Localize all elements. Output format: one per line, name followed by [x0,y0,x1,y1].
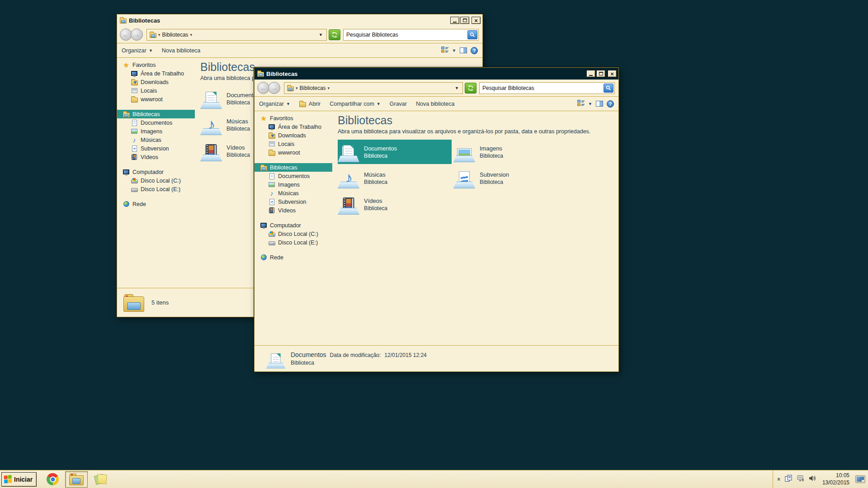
picture-icon [269,182,275,187]
tray-expand-chevron-icon[interactable]: « [776,478,783,481]
library-tile-subversion[interactable]: SubversionBiblioteca [453,166,567,190]
sidebar-item-area-de-trabalho[interactable]: Área de Trabalho [255,122,332,131]
sidebar-item-documentos[interactable]: Documentos [117,118,195,127]
chrome-taskbar-icon[interactable] [43,471,62,488]
address-crumb[interactable]: Bibliotecas [162,32,189,38]
disk-c-icon [131,179,138,183]
sidebar-item-musicas[interactable]: ♪Músicas [117,136,195,144]
nova-biblioteca-button[interactable]: Nova biblioteca [162,47,200,54]
sidebar-item-imagens[interactable]: Imagens [255,180,332,189]
tray-network-icon[interactable] [797,475,805,484]
library-tile-imagens[interactable]: ImagensBiblioteca [453,140,567,164]
sidebar-item-disco-c[interactable]: Disco Local (C:) [255,230,332,238]
explorer-taskbar-icon[interactable] [65,471,88,488]
sidebar-item-wwwroot[interactable]: wwwroot [255,148,332,157]
music-library-icon: ♪ [338,168,359,188]
search-icon[interactable] [604,84,613,93]
help-icon[interactable]: ? [607,100,614,108]
sidebar-item-rede[interactable]: Rede [255,253,332,262]
views-icon[interactable] [441,47,448,54]
star-icon: ★ [123,61,130,69]
back-icon[interactable]: ← [257,82,269,94]
close-button[interactable]: × [472,17,481,24]
picture-icon [131,129,137,134]
subversion-icon [132,145,137,152]
sidebar-item-locais[interactable]: Locais [117,86,195,95]
window-title: Bibliotecas [266,70,585,77]
library-tile-documentos[interactable]: DocumentosBiblioteca [338,140,452,164]
address-history-dropdown-icon[interactable]: ▼ [454,86,460,90]
sidebar-item-disco-e[interactable]: Disco Local (E:) [255,238,332,247]
tray-documents-icon[interactable] [785,475,793,483]
sidebar-item-subversion[interactable]: Subversion [255,197,332,206]
organizar-menu[interactable]: Organizar▼ [259,101,290,107]
libraries-folder-icon [257,72,264,77]
views-icon[interactable] [577,100,585,108]
sidebar-item-bibliotecas[interactable]: Bibliotecas [117,110,195,118]
preview-pane-icon[interactable] [460,47,467,53]
navigation-pane: ★Favoritos Área de Trabalho Downloads Lo… [255,111,332,345]
sidebar-item-videos[interactable]: Vídeos [255,206,332,215]
views-dropdown-icon[interactable]: ▼ [452,48,456,53]
subversion-icon [269,199,274,205]
sidebar-item-bibliotecas[interactable]: Bibliotecas [255,163,332,172]
sidebar-item-computador[interactable]: Computador [255,221,332,230]
selected-item-type: Biblioteca [291,360,427,366]
search-icon[interactable] [467,30,477,39]
display-settings-tray-icon[interactable] [855,475,865,483]
address-bar[interactable]: ▾ Bibliotecas ▾ ▼ [146,29,327,41]
back-icon[interactable]: ← [120,28,132,41]
modified-value: 12/01/2015 12:24 [384,352,426,358]
tray-clock[interactable]: 10:05 13/02/2015 [822,472,849,486]
sidebar-item-subversion[interactable]: Subversion [117,144,195,153]
search-input[interactable] [346,32,467,38]
preview-pane-icon[interactable] [596,101,603,107]
forward-icon[interactable]: → [268,82,280,94]
sidebar-item-downloads[interactable]: Downloads [255,131,332,140]
address-crumb[interactable]: Bibliotecas [300,85,326,91]
gravar-button[interactable]: Gravar [390,101,407,107]
libraries-folder-icon [123,294,145,312]
sidebar-item-favoritos[interactable]: ★Favoritos [117,61,195,69]
refresh-icon[interactable] [465,83,476,94]
volume-icon[interactable] [809,475,816,483]
views-dropdown-icon[interactable]: ▼ [588,102,592,106]
maximize-button[interactable] [460,17,469,24]
forward-icon[interactable]: → [131,28,143,41]
abrir-button[interactable]: Abrir [299,101,321,107]
close-button[interactable]: × [608,70,617,77]
address-history-dropdown-icon[interactable]: ▼ [318,33,324,37]
sidebar-item-wwwroot[interactable]: wwwroot [117,95,195,103]
content-header: Bibliotecas [338,114,618,127]
nova-biblioteca-button[interactable]: Nova biblioteca [416,101,454,107]
organizar-menu[interactable]: Organizar▼ [122,47,153,54]
search-input[interactable] [482,85,604,91]
folder-icon [299,102,306,107]
sidebar-item-locais[interactable]: Locais [255,140,332,148]
library-tile-videos[interactable]: VídeosBiblioteca [338,192,452,216]
library-tile-musicas[interactable]: ♪ MúsicasBiblioteca [338,166,452,190]
sidebar-item-imagens[interactable]: Imagens [117,127,195,136]
disk-icon [269,241,275,245]
titlebar[interactable]: Bibliotecas × [117,14,482,26]
sidebar-item-rede[interactable]: Rede [117,200,195,208]
titlebar[interactable]: Bibliotecas × [255,68,618,80]
sidebar-item-videos[interactable]: Vídeos [117,153,195,161]
compartilhar-com-menu[interactable]: Compartilhar com▼ [330,101,381,107]
address-bar[interactable]: ▾ Bibliotecas ▾ ▼ [284,82,463,94]
sidebar-item-computador[interactable]: Computador [117,168,195,176]
minimize-button[interactable] [450,17,459,24]
sticky-notes-taskbar-icon[interactable] [91,471,111,488]
sidebar-item-downloads[interactable]: Downloads [117,78,195,86]
sidebar-item-favoritos[interactable]: ★Favoritos [255,114,332,122]
start-button[interactable]: Iniciar [1,472,37,487]
maximize-button[interactable] [596,70,605,77]
sidebar-item-disco-c[interactable]: Disco Local (C:) [117,176,195,185]
help-icon[interactable]: ? [471,47,478,54]
sidebar-item-documentos[interactable]: Documentos [255,172,332,180]
sidebar-item-area-de-trabalho[interactable]: Área de Trabalho [117,69,195,78]
minimize-button[interactable] [586,70,595,77]
sidebar-item-disco-e[interactable]: Disco Local (E:) [117,185,195,193]
sidebar-item-musicas[interactable]: ♪Músicas [255,189,332,197]
refresh-icon[interactable] [329,29,340,40]
